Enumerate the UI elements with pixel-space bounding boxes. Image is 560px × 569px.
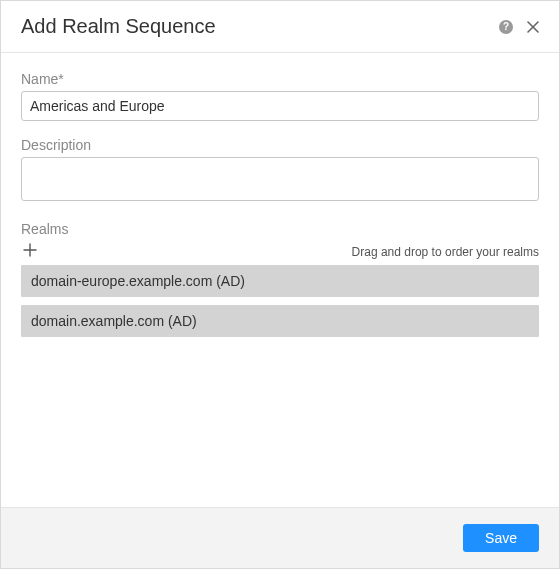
name-input[interactable] [21,91,539,121]
dialog-header: Add Realm Sequence ? [1,1,559,53]
realm-list: domain-europe.example.com (AD) domain.ex… [21,265,539,337]
close-icon[interactable] [523,17,543,37]
description-input[interactable] [21,157,539,201]
help-icon[interactable]: ? [499,20,513,34]
realms-toolbar: Drag and drop to order your realms [21,241,539,259]
realms-group: Realms Drag and drop to order your realm… [21,221,539,337]
description-group: Description [21,137,539,205]
dialog-footer: Save [1,507,559,568]
plus-icon[interactable] [21,241,39,259]
realms-hint: Drag and drop to order your realms [352,245,539,259]
header-icons: ? [499,17,543,37]
list-item[interactable]: domain-europe.example.com (AD) [21,265,539,297]
dialog-title: Add Realm Sequence [21,15,499,38]
name-group: Name* [21,71,539,121]
description-label: Description [21,137,539,153]
dialog-body: Name* Description Realms Drag and drop t… [1,53,559,507]
list-item[interactable]: domain.example.com (AD) [21,305,539,337]
add-realm-sequence-dialog: Add Realm Sequence ? Name* Description R… [0,0,560,569]
name-label: Name* [21,71,539,87]
save-button[interactable]: Save [463,524,539,552]
realms-label: Realms [21,221,539,237]
